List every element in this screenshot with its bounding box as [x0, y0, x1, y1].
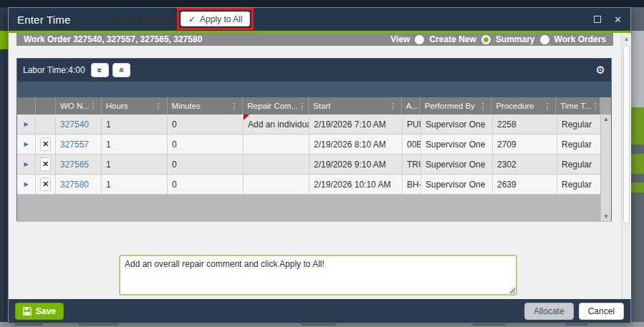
scroll-up-icon[interactable]: ▲: [601, 116, 611, 122]
row-delete-cell: [36, 114, 56, 134]
column-menu-icon[interactable]: ⋮: [543, 102, 551, 111]
cancel-button[interactable]: Cancel: [579, 303, 624, 320]
row-expand-cell[interactable]: ▶: [17, 175, 36, 194]
asset-cell[interactable]: TRUC...: [403, 155, 421, 174]
minutes-cell[interactable]: 0: [168, 135, 244, 154]
delete-row-button[interactable]: ✕: [40, 137, 51, 151]
wo-number-cell[interactable]: 327580: [56, 175, 102, 194]
repair-comment-cell[interactable]: [244, 175, 309, 194]
performed-by-cell[interactable]: Supervisor One: [421, 135, 493, 154]
header-start[interactable]: Start⋮: [309, 97, 402, 114]
labor-time-label: Labor Time:4:00: [23, 65, 85, 75]
repair-comment-cell[interactable]: [244, 135, 309, 154]
close-icon[interactable]: ✕: [614, 15, 622, 24]
header-hours[interactable]: Hours⋮: [102, 97, 168, 114]
minutes-cell[interactable]: 0: [168, 175, 244, 194]
hours-cell[interactable]: 1: [102, 114, 168, 134]
radio-summary-label[interactable]: Summary: [496, 34, 535, 44]
table-row[interactable]: ▶ ✕ 327557 1 0 2/19/2026 8:10 AM 00BB...…: [17, 135, 611, 155]
start-cell[interactable]: 2/19/2026 9:10 AM: [309, 155, 403, 174]
delete-row-button[interactable]: ✕: [40, 157, 51, 171]
scrollbar-thumb[interactable]: [623, 45, 630, 224]
wo-number-cell[interactable]: 327557: [56, 135, 102, 154]
view-label: View: [390, 34, 410, 44]
radio-work-orders-label[interactable]: Work Orders: [554, 34, 606, 44]
row-expand-cell[interactable]: ▶: [17, 114, 36, 134]
procedure-cell[interactable]: 2709: [493, 135, 557, 154]
header-performed-by[interactable]: Performed By⋮: [420, 97, 492, 114]
row-expand-cell[interactable]: ▶: [17, 135, 36, 154]
radio-summary[interactable]: [481, 35, 491, 44]
column-menu-icon[interactable]: ⋮: [90, 102, 97, 111]
background-left-edge: [0, 7, 8, 322]
labor-time-grid: Labor Time:4:00 » » ⚙ WO N...⋮ Hours⋮ Mi…: [16, 58, 612, 221]
radio-create-new-label[interactable]: Create New: [429, 34, 476, 44]
table-row[interactable]: ▶ ✕ 327565 1 0 2/19/2026 9:10 AM TRUC...…: [17, 155, 611, 175]
background-left-green-row: [0, 31, 8, 49]
allocate-button[interactable]: Allocate: [524, 303, 574, 320]
minutes-cell[interactable]: 0: [168, 155, 244, 174]
performed-by-cell[interactable]: Supervisor One: [421, 155, 493, 174]
view-radio-group: View Create New Summary Work Orders: [390, 34, 606, 44]
hours-cell[interactable]: 1: [102, 135, 168, 154]
expand-row-icon[interactable]: ▶: [24, 161, 28, 167]
header-procedure[interactable]: Procedure⋮: [491, 97, 556, 114]
row-expand-cell[interactable]: ▶: [17, 155, 36, 174]
delete-row-button[interactable]: ✕: [40, 177, 51, 191]
header-wo-number[interactable]: WO N...⋮: [56, 97, 102, 114]
column-menu-icon[interactable]: ⋮: [155, 102, 163, 111]
header-asset[interactable]: A...⋮: [402, 97, 420, 114]
procedure-cell[interactable]: 2302: [493, 155, 557, 174]
column-menu-icon[interactable]: ⋮: [298, 102, 306, 111]
start-cell[interactable]: 2/19/2026 10:10 AM: [309, 175, 403, 194]
expand-row-icon[interactable]: ▶: [24, 141, 28, 147]
start-cell[interactable]: 2/19/2026 7:10 AM: [309, 114, 403, 134]
column-menu-icon[interactable]: ⋮: [389, 102, 397, 111]
minutes-cell[interactable]: 0: [168, 114, 244, 134]
restore-window-icon[interactable]: [594, 16, 601, 23]
check-icon: ✓: [188, 14, 196, 24]
column-menu-icon[interactable]: ⋮: [479, 102, 486, 111]
scroll-down-icon[interactable]: ▼: [601, 213, 611, 220]
scroll-up-icon[interactable]: ▲: [622, 35, 631, 42]
time-type-cell[interactable]: Regular: [557, 175, 602, 194]
repair-comment-cell[interactable]: Add an individual ...: [244, 114, 309, 134]
radio-create-new[interactable]: [415, 35, 424, 44]
header-minutes[interactable]: Minutes⋮: [168, 97, 244, 114]
expand-row-icon[interactable]: ▶: [24, 121, 28, 127]
expand-all-button[interactable]: »: [112, 63, 130, 77]
gear-icon[interactable]: ⚙: [596, 64, 605, 77]
wo-number-cell[interactable]: 327540: [56, 114, 102, 134]
save-button[interactable]: Save: [15, 303, 64, 320]
start-cell[interactable]: 2/19/2026 8:10 AM: [309, 135, 403, 154]
resize-grip-icon[interactable]: [509, 287, 515, 293]
column-menu-icon[interactable]: ⋮: [592, 102, 600, 111]
grid-scrollbar[interactable]: ▲ ▼: [600, 114, 611, 221]
asset-cell[interactable]: 00BB...: [403, 135, 421, 154]
radio-work-orders[interactable]: [540, 35, 549, 44]
apply-to-all-button[interactable]: ✓ Apply to All: [181, 11, 250, 26]
time-type-cell[interactable]: Regular: [557, 155, 602, 174]
dialog-scrollbar[interactable]: ▲: [621, 34, 631, 299]
repair-comment-cell[interactable]: [244, 155, 309, 174]
table-row[interactable]: ▶ 327540 1 0 Add an individual ... 2/19/…: [17, 114, 611, 135]
performed-by-cell[interactable]: Supervisor One: [421, 114, 493, 134]
table-row[interactable]: ▶ ✕ 327580 1 0 2/19/2026 10:10 AM BH-0..…: [17, 175, 611, 195]
asset-cell[interactable]: BH-0...: [403, 175, 421, 194]
time-type-cell[interactable]: Regular: [557, 135, 602, 154]
asset-cell[interactable]: PUM...: [403, 114, 421, 134]
hours-cell[interactable]: 1: [102, 175, 168, 194]
header-time-type[interactable]: Time T...⋮: [556, 97, 600, 114]
dialog-footer: Save Allocate Cancel: [9, 299, 630, 323]
column-menu-icon[interactable]: ⋮: [230, 102, 238, 111]
header-repair-comments[interactable]: Repair Com...⋮: [243, 97, 309, 114]
expand-row-icon[interactable]: ▶: [24, 181, 28, 187]
time-type-cell[interactable]: Regular: [557, 114, 602, 134]
hours-cell[interactable]: 1: [102, 155, 168, 174]
collapse-all-button[interactable]: »: [91, 63, 109, 77]
performed-by-cell[interactable]: Supervisor One: [421, 175, 493, 194]
wo-number-cell[interactable]: 327565: [56, 155, 102, 174]
procedure-cell[interactable]: 2258: [493, 114, 557, 134]
repair-comment-textarea[interactable]: Add an overall repair comment and click …: [119, 255, 517, 296]
procedure-cell[interactable]: 2639: [493, 175, 557, 194]
